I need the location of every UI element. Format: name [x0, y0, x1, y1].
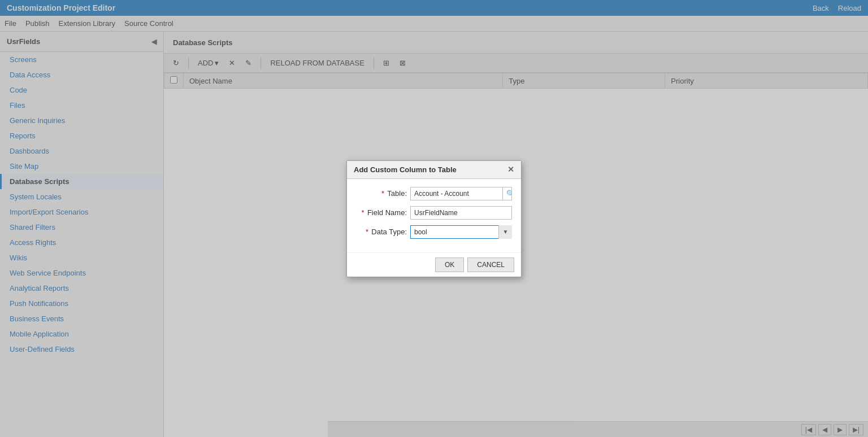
data-type-label: * Data Type:	[356, 228, 407, 236]
field-name-required-star: *	[362, 208, 364, 217]
modal-body: * Table: 🔍 * Field Name:	[347, 179, 521, 252]
form-row-table: * Table: 🔍	[356, 187, 512, 200]
modal-close-button[interactable]: ✕	[507, 165, 514, 173]
modal-title: Add Custom Column to Table	[354, 165, 457, 174]
table-input[interactable]	[411, 187, 502, 200]
table-label: * Table:	[356, 189, 407, 198]
form-row-field-name: * Field Name:	[356, 206, 512, 220]
form-row-data-type: * Data Type: bool string int decimal dat…	[356, 225, 512, 239]
table-input-wrapper: 🔍	[410, 187, 512, 200]
field-name-label: * Field Name:	[356, 208, 407, 217]
ok-button[interactable]: OK	[435, 257, 464, 272]
field-name-input[interactable]	[414, 209, 508, 217]
data-type-select-wrapper: bool string int decimal datetime guid ▼	[410, 225, 512, 239]
modal-footer: OK CANCEL	[347, 252, 521, 277]
data-type-select[interactable]: bool string int decimal datetime guid	[410, 225, 512, 239]
cancel-button[interactable]: CANCEL	[467, 257, 514, 272]
table-required-star: *	[381, 189, 384, 198]
modal-dialog: Add Custom Column to Table ✕ * Table: 🔍 …	[346, 160, 522, 277]
modal-header: Add Custom Column to Table ✕	[347, 161, 521, 179]
field-name-input-wrapper	[410, 206, 512, 220]
data-type-required-star: *	[366, 228, 368, 236]
modal-overlay: Add Custom Column to Table ✕ * Table: 🔍 …	[0, 0, 868, 437]
table-search-button[interactable]: 🔍	[502, 187, 512, 200]
